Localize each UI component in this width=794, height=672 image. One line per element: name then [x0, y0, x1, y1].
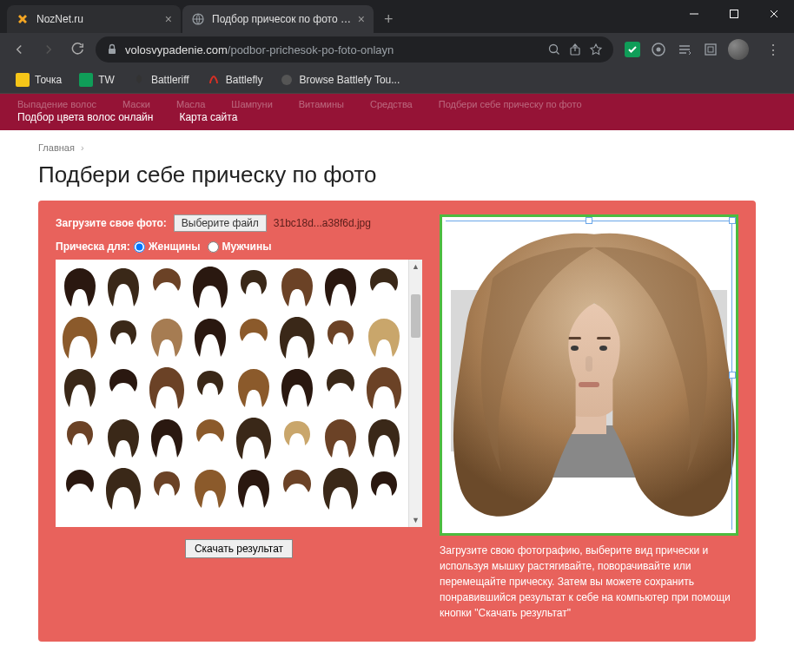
hairstyle-thumbnail[interactable]	[276, 464, 318, 513]
gender-male-radio[interactable]	[208, 241, 219, 253]
hairstyle-thumbnail[interactable]	[146, 364, 188, 412]
star-icon[interactable]	[589, 43, 603, 56]
bookmark-label: Battleriff	[151, 74, 189, 86]
hairstyle-thumbnail[interactable]	[233, 464, 275, 513]
hairstyle-thumbnail[interactable]	[363, 464, 405, 513]
bookmark-favicon-icon	[132, 73, 146, 87]
bookmark-item[interactable]: Battleriff	[125, 69, 196, 90]
share-icon[interactable]	[568, 43, 582, 56]
hairstyle-thumbnail[interactable]	[363, 263, 405, 312]
nav-link[interactable]: Шампуни	[231, 99, 272, 109]
browser-tab[interactable]: Подбор причесок по фото онла ×	[182, 5, 374, 33]
hairstyle-thumbnail[interactable]	[233, 263, 275, 312]
gender-male-label[interactable]: Мужчины	[222, 240, 272, 253]
back-button[interactable]	[7, 37, 31, 62]
hairstyle-thumbnail[interactable]	[320, 414, 361, 463]
hairstyle-thumbnail[interactable]	[276, 263, 318, 312]
extension-icon[interactable]	[676, 41, 693, 58]
hairstyle-thumbnail[interactable]	[233, 364, 275, 412]
extension-icon[interactable]	[702, 41, 719, 58]
download-result-button[interactable]: Скачать результат	[185, 539, 293, 558]
hairstyle-thumbnail[interactable]	[59, 263, 101, 312]
resize-handle[interactable]	[586, 217, 592, 224]
hairstyle-thumbnail[interactable]	[189, 364, 231, 412]
minimize-button[interactable]	[674, 0, 714, 28]
extension-icon[interactable]	[650, 41, 667, 58]
maximize-button[interactable]	[714, 0, 754, 28]
hairstyle-thumbnail[interactable]	[363, 313, 405, 362]
hairstyle-thumbnail[interactable]	[363, 364, 405, 412]
forward-button[interactable]	[36, 37, 61, 62]
close-button[interactable]	[754, 0, 794, 28]
gender-female-radio[interactable]	[134, 241, 145, 253]
nav-link[interactable]: Карта сайта	[179, 111, 237, 123]
hairstyle-thumbnail[interactable]	[189, 414, 231, 463]
hairstyle-thumbnail[interactable]	[320, 464, 361, 513]
nav-link[interactable]: Подбор цвета волос онлайн	[17, 111, 153, 123]
hairstyle-thumbnail[interactable]	[320, 313, 361, 362]
hairstyle-thumbnail[interactable]	[363, 414, 405, 463]
bookmark-item[interactable]: TW	[72, 69, 122, 90]
nav-link[interactable]: Масла	[176, 99, 205, 109]
scroll-up-icon[interactable]: ▲	[409, 260, 422, 273]
hairstyle-thumbnail[interactable]	[59, 464, 101, 513]
site-nav: Выпадение волос Маски Масла Шампуни Вита…	[0, 94, 794, 130]
gender-female-label[interactable]: Женщины	[149, 240, 201, 253]
resize-handle[interactable]	[729, 217, 736, 224]
bookmark-item[interactable]: Battlefly	[200, 69, 270, 90]
hairstyle-thumbnail[interactable]	[103, 464, 144, 513]
hairstyle-thumbnail[interactable]	[233, 313, 275, 362]
hairstyle-thumbnail[interactable]	[103, 313, 144, 362]
browser-menu-button[interactable]: ⋮	[759, 42, 787, 58]
hairstyle-thumbnail[interactable]	[146, 464, 188, 513]
hairstyle-thumbnail[interactable]	[320, 364, 361, 412]
scroll-thumb[interactable]	[411, 294, 420, 338]
scrollbar[interactable]: ▲ ▼	[408, 260, 422, 527]
bookmark-item[interactable]: Точка	[9, 69, 69, 90]
resize-handle[interactable]	[729, 372, 736, 379]
hairstyle-thumbnail[interactable]	[276, 313, 318, 362]
nav-link[interactable]: Витамины	[299, 99, 344, 109]
hairstyle-thumbnail[interactable]	[189, 313, 231, 362]
lock-icon	[106, 43, 118, 56]
preview-canvas[interactable]	[440, 214, 738, 536]
hairstyle-overlay[interactable]	[442, 227, 738, 531]
hairstyle-thumbnail[interactable]	[320, 263, 361, 312]
svg-rect-8	[705, 44, 716, 55]
search-icon[interactable]	[547, 43, 561, 56]
tab-close-icon[interactable]: ×	[358, 12, 365, 26]
tab-close-icon[interactable]: ×	[165, 12, 172, 26]
hairstyle-thumbnail[interactable]	[189, 263, 231, 312]
hairstyle-thumbnail[interactable]	[59, 414, 101, 463]
scroll-down-icon[interactable]: ▼	[409, 513, 422, 527]
hairstyle-thumbnail[interactable]	[103, 263, 144, 312]
profile-avatar[interactable]	[728, 39, 749, 60]
new-tab-button[interactable]: +	[375, 7, 402, 32]
bookmark-favicon-icon	[280, 73, 294, 87]
reload-button[interactable]	[66, 37, 90, 62]
choose-file-button[interactable]: Выберите файл	[174, 214, 267, 232]
browser-tab[interactable]: NozNet.ru ×	[7, 5, 181, 33]
hairstyle-thumbnail[interactable]	[59, 313, 101, 362]
hairstyle-thumbnail[interactable]	[146, 263, 188, 312]
hairstyle-thumbnail[interactable]	[276, 414, 318, 463]
hairstyle-thumbnail[interactable]	[103, 364, 144, 412]
hairstyle-thumbnail[interactable]	[233, 414, 275, 463]
bookmark-label: Точка	[35, 74, 62, 86]
bookmark-item[interactable]: Browse Battlefy Tou...	[273, 69, 407, 90]
breadcrumb-home[interactable]: Главная	[38, 142, 75, 153]
nav-link[interactable]: Средства	[370, 99, 413, 109]
address-bar[interactable]: volosvypadenie.com/podbor-prichesok-po-f…	[96, 36, 613, 63]
nav-link[interactable]: Подбери себе прическу по фото	[439, 99, 582, 109]
hairstyle-thumbnail[interactable]	[276, 364, 318, 412]
hairstyle-thumbnail[interactable]	[146, 414, 188, 463]
hairstyle-thumbnail[interactable]	[103, 414, 144, 463]
hairstyle-thumbnail[interactable]	[59, 364, 101, 412]
nav-link[interactable]: Выпадение волос	[17, 99, 96, 109]
hairstyle-thumbnail[interactable]	[146, 313, 188, 362]
nav-link[interactable]: Маски	[122, 99, 150, 109]
hairstyle-thumbnail[interactable]	[189, 464, 231, 513]
tab-title: Подбор причесок по фото онла	[212, 13, 353, 25]
url-text: volosvypadenie.com/podbor-prichesok-po-f…	[125, 43, 540, 56]
extension-icon[interactable]	[624, 41, 641, 58]
